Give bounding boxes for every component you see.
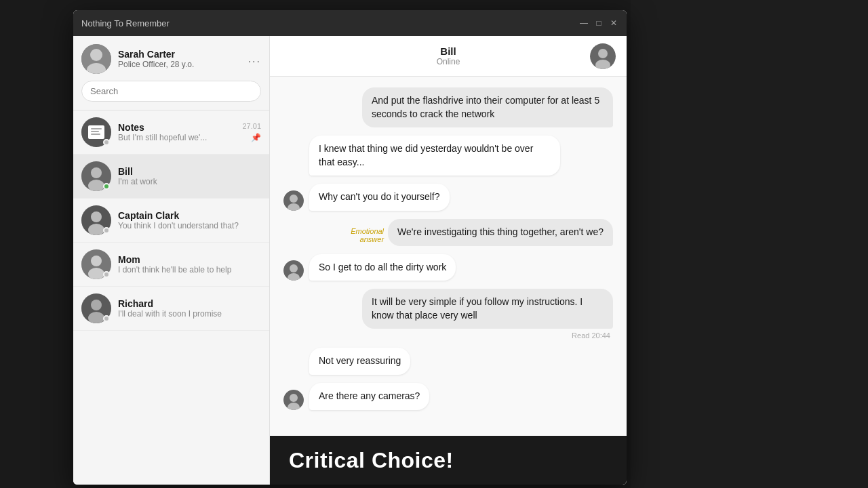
svg-point-21 xyxy=(598,49,608,58)
contact-name-richard: Richard xyxy=(118,298,254,309)
message-group: Not very reassuring xyxy=(309,348,410,375)
profile-row: Sarah Carter Police Officer, 28 y.o. ... xyxy=(81,44,261,74)
contact-item-notes[interactable]: Notes But I'm still hopeful we'... 27.01… xyxy=(73,110,269,155)
app-title: Nothing To Remember xyxy=(81,18,170,28)
contact-preview-mom: I don't think he'll be able to help xyxy=(118,265,254,274)
contact-name-captain: Captain Clark xyxy=(118,210,254,221)
chat-header-info: Bill Online xyxy=(437,45,460,66)
close-button[interactable]: ✕ xyxy=(609,18,618,28)
critical-choice-banner[interactable]: Critical Choice! xyxy=(270,436,627,485)
contact-info-notes: Notes But I'm still hopeful we'... xyxy=(118,122,235,142)
contact-preview-notes: But I'm still hopeful we'... xyxy=(118,133,235,142)
contact-avatar-wrap-mom xyxy=(81,249,111,279)
message-row: Why can't you do it yourself? xyxy=(283,184,613,211)
message-bubble: We're investigating this thing together,… xyxy=(388,219,613,246)
contact-info-captain: Captain Clark You think I don't understa… xyxy=(118,210,254,230)
contact-avatar-wrap xyxy=(81,117,111,147)
app-window: Nothing To Remember — □ ✕ xyxy=(73,10,627,485)
message-bubble: Not very reassuring xyxy=(309,348,410,375)
profile-name: Sarah Carter xyxy=(118,49,241,60)
status-dot-bill xyxy=(103,183,110,190)
read-receipt: Read 20:44 xyxy=(572,331,613,340)
contact-preview-bill: I'm at work xyxy=(118,177,254,186)
contact-preview-richard: I'll deal with it soon I promise xyxy=(118,309,254,319)
status-dot-notes xyxy=(103,139,110,146)
title-bar: Nothing To Remember — □ ✕ xyxy=(73,10,627,36)
message-group: So I get to do all the dirty work xyxy=(309,254,456,281)
message-group: Why can't you do it yourself? xyxy=(309,184,450,211)
message-row: Are there any cameras? xyxy=(283,383,613,410)
contact-item-bill[interactable]: Bill I'm at work xyxy=(73,155,269,199)
message-row: I knew that thing we did yesterday would… xyxy=(283,136,613,176)
svg-rect-7 xyxy=(91,134,100,135)
maximize-button[interactable]: □ xyxy=(594,18,604,28)
status-dot-mom xyxy=(103,271,110,278)
message-group: I knew that thing we did yesterday would… xyxy=(309,136,560,176)
svg-point-18 xyxy=(91,300,102,310)
svg-rect-5 xyxy=(91,128,102,129)
message-bubble: So I get to do all the dirty work xyxy=(309,254,456,281)
chat-header-avatar xyxy=(590,43,616,69)
contact-list: Notes But I'm still hopeful we'... 27.01… xyxy=(73,110,269,485)
sidebar-header: Sarah Carter Police Officer, 28 y.o. ... xyxy=(73,36,269,110)
message-bubble: I knew that thing we did yesterday would… xyxy=(309,136,560,176)
message-row: Emotionalanswer We're investigating this… xyxy=(283,219,613,246)
emotional-label: Emotionalanswer xyxy=(351,227,384,243)
search-input[interactable] xyxy=(81,81,261,102)
messages-area: And put the flashdrive into their comput… xyxy=(270,77,627,436)
contact-name-notes: Notes xyxy=(118,122,235,133)
main-layout: Sarah Carter Police Officer, 28 y.o. ... xyxy=(73,36,627,485)
message-bubble: Are there any cameras? xyxy=(309,383,429,410)
message-avatar xyxy=(283,390,304,410)
critical-choice-label: Critical Choice! xyxy=(289,448,454,473)
minimize-button[interactable]: — xyxy=(579,18,589,28)
contact-time-notes: 27.01 xyxy=(242,122,261,130)
contact-preview-captain: You think I don't understand that? xyxy=(118,221,254,230)
status-dot-richard xyxy=(103,315,110,322)
svg-rect-6 xyxy=(91,131,99,132)
chat-area: Bill Online And put the flashdrive int xyxy=(270,36,627,485)
svg-point-24 xyxy=(290,195,298,203)
contact-name-bill: Bill xyxy=(118,166,254,177)
contact-item-richard[interactable]: Richard I'll deal with it soon I promise xyxy=(73,287,269,331)
message-row: Not very reassuring xyxy=(283,348,613,375)
contact-info-bill: Bill I'm at work xyxy=(118,166,254,186)
avatar xyxy=(81,44,111,74)
message-row: It will be very simple if you follow my … xyxy=(283,289,613,340)
chat-contact-status: Online xyxy=(437,57,460,66)
contact-item-mom[interactable]: Mom I don't think he'll be able to help xyxy=(73,243,269,287)
contact-info-mom: Mom I don't think he'll be able to help xyxy=(118,254,254,274)
message-group: Are there any cameras? xyxy=(309,383,429,410)
message-row: So I get to do all the dirty work xyxy=(283,254,613,281)
message-avatar xyxy=(283,260,304,281)
contact-item-captain-clark[interactable]: Captain Clark You think I don't understa… xyxy=(73,199,269,243)
message-bubble: And put the flashdrive into their comput… xyxy=(362,87,613,127)
message-row: And put the flashdrive into their comput… xyxy=(283,87,613,127)
message-avatar xyxy=(283,190,304,211)
svg-point-15 xyxy=(91,256,102,266)
message-bubble: Why can't you do it yourself? xyxy=(309,184,450,211)
sidebar: Sarah Carter Police Officer, 28 y.o. ... xyxy=(73,36,270,485)
message-group: And put the flashdrive into their comput… xyxy=(362,87,613,127)
window-controls: — □ ✕ xyxy=(579,18,618,28)
message-group: It will be very simple if you follow my … xyxy=(362,289,613,340)
more-options-button[interactable]: ... xyxy=(248,53,261,65)
contact-info-richard: Richard I'll deal with it soon I promise xyxy=(118,298,254,319)
contact-avatar-wrap-richard xyxy=(81,293,111,323)
profile-subtitle: Police Officer, 28 y.o. xyxy=(118,60,241,69)
chat-contact-name: Bill xyxy=(437,45,460,57)
chat-header: Bill Online xyxy=(270,36,627,77)
contact-name-mom: Mom xyxy=(118,254,254,265)
contact-meta-notes: 27.01 📌 xyxy=(242,122,261,142)
message-bubble: It will be very simple if you follow my … xyxy=(362,289,613,329)
desktop-right-panel xyxy=(631,0,868,488)
status-dot-captain xyxy=(103,227,110,234)
svg-point-9 xyxy=(91,167,102,178)
svg-point-30 xyxy=(290,394,298,402)
svg-point-12 xyxy=(91,211,102,222)
contact-avatar-wrap-captain xyxy=(81,205,111,235)
svg-point-1 xyxy=(90,49,102,61)
pin-icon: 📌 xyxy=(251,133,261,142)
profile-info: Sarah Carter Police Officer, 28 y.o. xyxy=(118,49,241,69)
svg-point-27 xyxy=(290,264,298,272)
